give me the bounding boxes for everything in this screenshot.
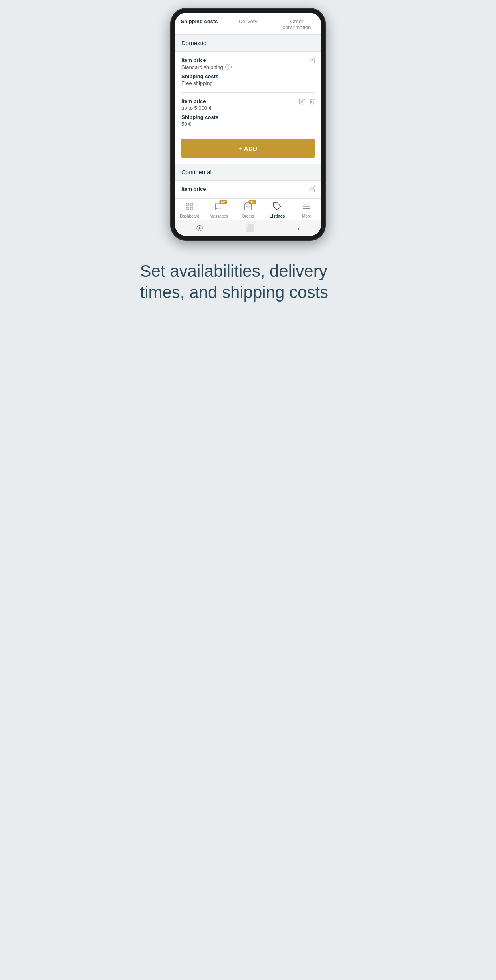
nav-messages[interactable]: 52 Messages bbox=[204, 202, 233, 218]
nav-listings[interactable]: Listings bbox=[263, 202, 292, 218]
item1-cost-label: Shipping costs bbox=[181, 73, 315, 79]
domestic-section-header: Domestic bbox=[175, 35, 321, 52]
tab-delivery[interactable]: Delivery bbox=[224, 13, 272, 34]
messages-icon: 52 bbox=[214, 202, 223, 213]
phone-screen: Shipping costs Delivery Order confirmati… bbox=[175, 13, 321, 236]
item1-edit-icon[interactable] bbox=[309, 57, 315, 63]
nav-messages-label: Messages bbox=[210, 214, 228, 218]
item2-actions bbox=[299, 98, 315, 106]
more-icon bbox=[302, 202, 311, 213]
item1-price-label: Item price bbox=[181, 57, 315, 63]
nav-more-label: More bbox=[302, 214, 311, 218]
continental-content: Item price bbox=[175, 181, 321, 198]
domestic-content: Item price Standard shipping i Shipping … bbox=[175, 52, 321, 158]
item2-edit-icon[interactable] bbox=[299, 98, 305, 106]
phone-frame: Shipping costs Delivery Order confirmati… bbox=[170, 8, 326, 241]
android-recents-icon[interactable]: ⦿ bbox=[196, 224, 203, 233]
nav-listings-label: Listings bbox=[270, 214, 285, 218]
continental-item1-edit-icon[interactable] bbox=[309, 186, 315, 194]
continental-item-1: Item price bbox=[175, 181, 321, 198]
item2-cost-value: 50 € bbox=[181, 121, 315, 127]
item2-delete-icon[interactable] bbox=[309, 98, 315, 106]
domestic-item-1: Item price Standard shipping i Shipping … bbox=[175, 52, 321, 92]
continental-item1-price-label: Item price bbox=[181, 186, 315, 192]
item1-actions bbox=[309, 57, 315, 63]
android-back-icon[interactable]: ‹ bbox=[298, 224, 300, 233]
nav-dashboard-label: Dashboard bbox=[180, 214, 199, 218]
item1-cost-section: Shipping costs Free shipping bbox=[181, 73, 315, 86]
bottom-nav: Dashboard 52 Messages bbox=[175, 198, 321, 220]
android-nav-bar: ⦿ ⬜ ‹ bbox=[175, 220, 321, 236]
item1-cost-value: Free shipping bbox=[181, 80, 315, 86]
orders-badge: 12 bbox=[248, 200, 256, 204]
svg-rect-0 bbox=[186, 203, 188, 206]
phone-wrapper: Shipping costs Delivery Order confirmati… bbox=[124, 0, 372, 241]
nav-orders-label: Orders bbox=[242, 214, 254, 218]
promo-section: Set availabilities, delivery times, and … bbox=[124, 241, 372, 327]
add-button[interactable]: + ADD bbox=[181, 139, 315, 158]
dashboard-icon bbox=[185, 202, 194, 213]
tab-order-confirmation[interactable]: Order confirmation bbox=[272, 13, 321, 34]
nav-dashboard[interactable]: Dashboard bbox=[175, 202, 204, 218]
item2-cost-label: Shipping costs bbox=[181, 114, 315, 120]
tab-shipping-costs[interactable]: Shipping costs bbox=[175, 13, 224, 34]
item2-cost-section: Shipping costs 50 € bbox=[181, 114, 315, 127]
nav-orders[interactable]: 12 Orders bbox=[233, 202, 262, 218]
orders-icon: 12 bbox=[244, 202, 252, 213]
promo-heading: Set availabilities, delivery times, and … bbox=[140, 261, 356, 303]
android-home-icon[interactable]: ⬜ bbox=[246, 224, 255, 233]
item2-price-range: up to 5.000 € bbox=[181, 105, 315, 111]
item1-info-icon[interactable]: i bbox=[225, 64, 232, 70]
listings-icon bbox=[273, 202, 282, 213]
item1-shipping-type: Standard shipping i bbox=[181, 64, 315, 70]
svg-rect-2 bbox=[186, 207, 188, 210]
continental-item1-actions bbox=[309, 186, 315, 194]
item2-price-label: Item price bbox=[181, 98, 315, 104]
svg-rect-3 bbox=[190, 207, 192, 210]
svg-rect-1 bbox=[190, 203, 192, 206]
domestic-item-2: Item price up to 5.000 € Shipping costs … bbox=[175, 93, 321, 133]
nav-more[interactable]: More bbox=[292, 202, 321, 218]
messages-badge: 52 bbox=[219, 200, 227, 204]
continental-section-header: Continental bbox=[175, 164, 321, 181]
tab-bar: Shipping costs Delivery Order confirmati… bbox=[175, 13, 321, 35]
